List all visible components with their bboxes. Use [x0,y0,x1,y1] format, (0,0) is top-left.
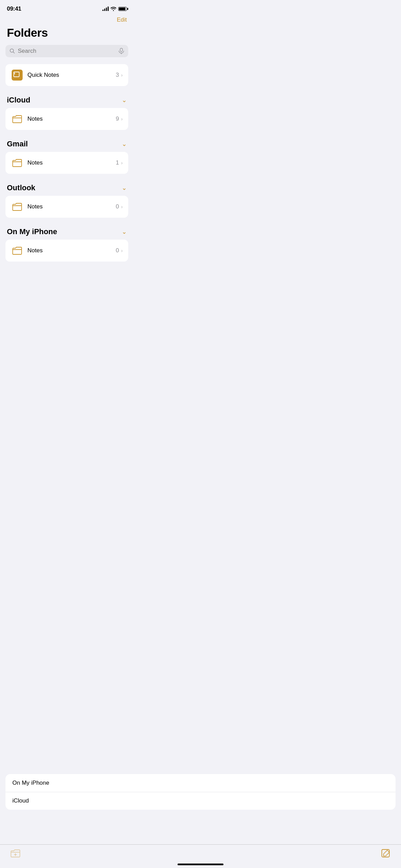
quick-notes-icon [12,70,23,81]
on-my-iphone-section-header[interactable]: On My iPhone ⌄ [0,225,134,240]
top-bar: Edit [0,15,134,23]
on-my-iphone-folder-icon-wrap [11,244,23,257]
outlook-folder-icon-wrap [11,201,23,213]
on-my-iphone-notes-chevron: › [121,248,123,253]
outlook-notes-chevron: › [121,204,123,209]
search-input[interactable] [18,48,116,55]
wifi-icon [111,7,116,11]
battery-icon [118,7,127,11]
gmail-section-header[interactable]: Gmail ⌄ [0,137,134,152]
status-icons [102,7,127,11]
quick-notes-chevron: › [121,72,123,78]
icloud-folder-card: Notes 9 › [5,108,128,130]
gmail-notes-row[interactable]: Notes 1 › [5,152,128,174]
search-container [0,45,134,64]
quick-notes-label: Quick Notes [27,72,116,79]
on-my-iphone-notes-label: Notes [27,247,116,254]
outlook-notes-row[interactable]: Notes 0 › [5,196,128,218]
status-bar: 09:41 [0,0,134,15]
icloud-notes-chevron: › [121,116,123,122]
on-my-iphone-notes-row[interactable]: Notes 0 › [5,240,128,262]
on-my-iphone-title: On My iPhone [7,227,57,236]
icloud-section-header[interactable]: iCloud ⌄ [0,93,134,108]
outlook-title: Outlook [7,183,35,192]
quick-notes-icon-wrap [11,69,23,81]
on-my-iphone-notes-count: 0 [116,247,119,254]
outlook-section-header[interactable]: Outlook ⌄ [0,181,134,196]
on-my-iphone-folder-card: Notes 0 › [5,240,128,262]
icloud-folder-icon [12,114,22,123]
icloud-chevron-down: ⌄ [122,96,127,104]
icloud-notes-row[interactable]: Notes 9 › [5,108,128,130]
svg-rect-3 [14,72,19,77]
signal-bars-icon [102,7,109,11]
icloud-title: iCloud [7,96,30,105]
gmail-folder-icon-wrap [11,157,23,169]
outlook-notes-label: Notes [27,203,116,210]
status-time: 09:41 [7,5,21,12]
edit-button[interactable]: Edit [117,16,127,23]
on-my-iphone-chevron-down: ⌄ [122,228,127,236]
quick-notes-card: Quick Notes 3 › [5,64,128,86]
on-my-iphone-folder-icon [12,246,22,255]
quick-notes-count: 3 [116,72,119,79]
search-icon [10,48,15,54]
outlook-notes-count: 0 [116,203,119,210]
page-title: Folders [7,26,127,39]
gmail-notes-chevron: › [121,160,123,166]
outlook-folder-card: Notes 0 › [5,196,128,218]
gmail-folder-card: Notes 1 › [5,152,128,174]
page-title-section: Folders [0,23,134,45]
gmail-notes-label: Notes [27,159,116,166]
gmail-folder-icon [12,158,22,167]
outlook-chevron-down: ⌄ [122,184,127,192]
gmail-title: Gmail [7,140,28,148]
icloud-notes-count: 9 [116,116,119,122]
mic-icon [119,48,124,54]
icloud-notes-label: Notes [27,116,116,122]
outlook-folder-icon [12,202,22,211]
svg-rect-1 [120,48,123,52]
gmail-chevron-down: ⌄ [122,140,127,148]
icloud-folder-icon-wrap [11,113,23,125]
quick-notes-row[interactable]: Quick Notes 3 › [5,64,128,86]
search-bar[interactable] [5,45,128,57]
gmail-notes-count: 1 [116,159,119,166]
